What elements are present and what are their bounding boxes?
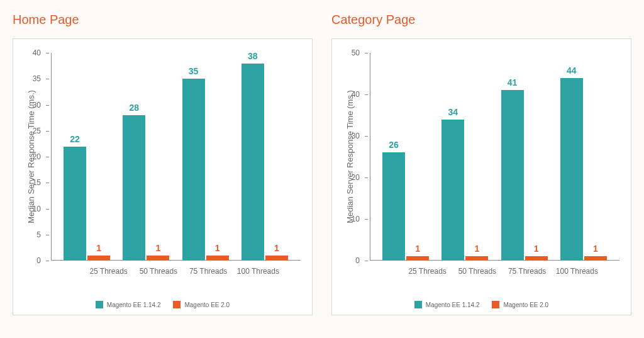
bar-value-label: 26 — [389, 140, 399, 150]
y-tick-mark — [46, 235, 49, 235]
bar: 1 — [265, 256, 288, 261]
y-tick-label: 15 — [33, 178, 41, 187]
x-ticks: 25 Threads50 Threads75 Threads100 Thread… — [402, 267, 602, 276]
y-tick-mark — [365, 219, 368, 220]
y-tick-mark — [46, 157, 49, 157]
y-tick-mark — [365, 94, 368, 95]
bar: 22 — [64, 147, 86, 261]
legend-item: Magento EE 2.0 — [173, 301, 230, 308]
charts-row: Home PageMedian Server Response Time (ms… — [13, 13, 631, 315]
legend-item: Magento EE 1.14.2 — [414, 301, 480, 308]
bar: 1 — [525, 256, 548, 261]
bar-value-label: 1 — [534, 244, 539, 254]
chart-title: Home Page — [13, 13, 313, 27]
bar-group: 351 — [182, 79, 229, 261]
bar-value-label: 28 — [130, 103, 140, 113]
x-tick-label: 50 Threads — [133, 267, 183, 276]
y-tick-mark — [46, 261, 49, 261]
bar-value-label: 1 — [474, 244, 479, 254]
bar: 1 — [465, 256, 488, 261]
y-tick-label: 25 — [33, 127, 41, 135]
y-tick-mark — [46, 183, 49, 183]
x-tick-label: 25 Threads — [84, 267, 133, 276]
bars-container: 221281351381 — [57, 53, 294, 261]
y-tick-label: 20 — [352, 173, 360, 182]
y-tick-mark — [46, 131, 49, 132]
y-tick-label: 0 — [355, 256, 360, 265]
chart-box: Median Server Response Time (ms.)0102030… — [331, 38, 631, 315]
bar-group: 381 — [242, 64, 288, 261]
bar: 38 — [242, 64, 264, 261]
x-ticks: 25 Threads50 Threads75 Threads100 Thread… — [84, 267, 283, 276]
bar: 1 — [147, 256, 169, 261]
legend-item: Magento EE 2.0 — [492, 301, 548, 308]
bar-value-label: 35 — [189, 66, 199, 76]
y-tick-mark — [46, 79, 49, 79]
bar: 1 — [87, 256, 110, 261]
y-tick-label: 30 — [352, 132, 360, 140]
bar-group: 341 — [441, 120, 488, 261]
y-tick-mark — [365, 53, 368, 54]
legend-swatch — [173, 301, 180, 308]
bar: 26 — [382, 152, 405, 261]
y-tick-mark — [365, 136, 368, 137]
chart-panel: Category PageMedian Server Response Time… — [331, 13, 631, 315]
bar-value-label: 1 — [155, 243, 160, 253]
y-tick-mark — [365, 177, 368, 178]
y-tick-label: 40 — [352, 90, 360, 99]
legend: Magento EE 1.14.2Magento EE 2.0 — [13, 301, 312, 308]
y-tick-label: 20 — [33, 152, 41, 161]
bar-value-label: 1 — [96, 243, 101, 253]
chart-title: Category Page — [331, 13, 631, 27]
y-tick-label: 35 — [33, 74, 41, 83]
bar-group: 281 — [123, 115, 169, 261]
bar-value-label: 1 — [593, 244, 598, 254]
bar-group: 411 — [501, 90, 548, 261]
bar: 28 — [123, 115, 145, 261]
bar-group: 441 — [560, 78, 607, 261]
y-tick-label: 50 — [352, 48, 360, 57]
chart-panel: Home PageMedian Server Response Time (ms… — [13, 13, 313, 315]
x-tick-label: 75 Threads — [184, 267, 233, 276]
legend-swatch — [492, 301, 499, 308]
y-tick-mark — [365, 261, 368, 261]
legend-item: Magento EE 1.14.2 — [96, 301, 161, 308]
bar-value-label: 34 — [448, 107, 458, 117]
bar: 35 — [182, 79, 205, 261]
y-axis-label: Median Server Response Time (ms.) — [345, 90, 355, 223]
y-tick-mark — [46, 53, 49, 54]
legend-label: Magento EE 1.14.2 — [426, 301, 480, 308]
bar: 44 — [560, 78, 583, 261]
x-tick-label: 100 Threads — [552, 267, 602, 276]
y-tick-label: 40 — [33, 48, 41, 57]
y-tick-label: 0 — [36, 256, 41, 265]
y-tick-mark — [46, 209, 49, 210]
bar-group: 261 — [382, 152, 429, 261]
y-tick-label: 10 — [352, 215, 360, 223]
bar-value-label: 44 — [567, 65, 577, 76]
x-tick-label: 25 Threads — [402, 267, 452, 276]
y-tick-mark — [46, 105, 49, 106]
chart-box: Median Server Response Time (ms.)0510152… — [13, 38, 313, 315]
bar-value-label: 1 — [215, 243, 220, 253]
bar-value-label: 1 — [415, 244, 420, 254]
legend-swatch — [414, 301, 422, 308]
legend-label: Magento EE 1.14.2 — [107, 301, 161, 308]
legend-swatch — [96, 301, 103, 308]
bar-value-label: 38 — [248, 51, 258, 61]
y-tick-label: 5 — [36, 230, 41, 239]
legend-label: Magento EE 2.0 — [184, 301, 230, 308]
x-tick-label: 75 Threads — [502, 267, 552, 276]
bar-value-label: 41 — [508, 77, 518, 87]
bar: 41 — [501, 90, 524, 261]
x-tick-label: 50 Threads — [452, 267, 502, 276]
y-tick-label: 30 — [33, 101, 41, 110]
bar-value-label: 22 — [70, 134, 80, 144]
x-tick-label: 100 Threads — [233, 267, 283, 276]
y-tick-label: 10 — [33, 205, 41, 213]
bars-container: 261341411441 — [376, 53, 613, 261]
legend-label: Magento EE 2.0 — [503, 301, 548, 308]
plot-area: Median Server Response Time (ms.)0510152… — [51, 53, 301, 261]
bar-group: 221 — [64, 147, 110, 261]
bar-value-label: 1 — [274, 243, 279, 253]
